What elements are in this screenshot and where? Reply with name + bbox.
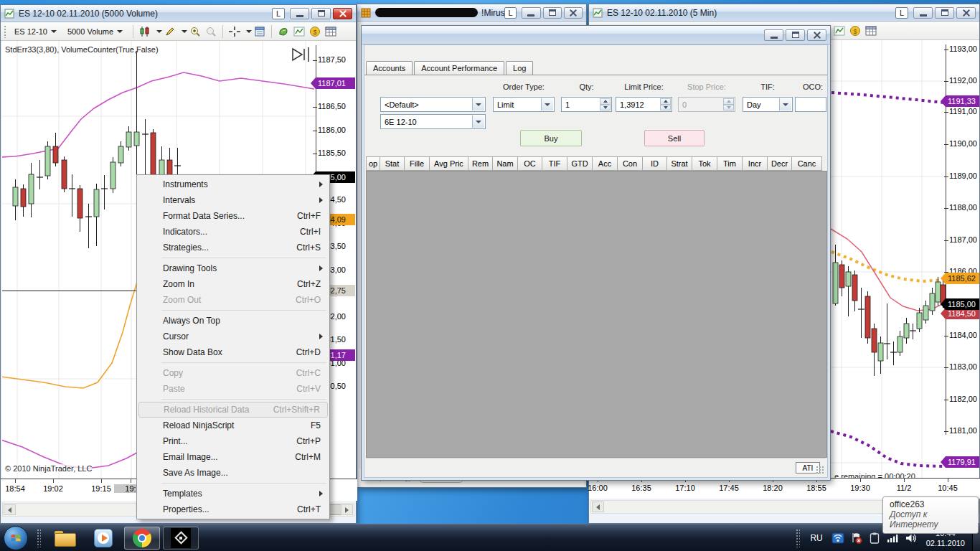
crosshair-icon[interactable] — [227, 24, 242, 39]
resize-grip[interactable] — [816, 466, 824, 474]
toolbar-grip[interactable] — [4, 25, 7, 38]
grid-column-rem[interactable]: Rem — [468, 156, 493, 171]
menu-item-reload-ninjascript[interactable]: Reload NinjaScriptF5 — [138, 418, 328, 433]
qty-down-button[interactable] — [600, 105, 611, 111]
chevron-down-icon[interactable] — [472, 116, 484, 128]
menu-item-zoom-in[interactable]: Zoom InCtrl+Z — [138, 276, 328, 292]
tab-log[interactable]: Log — [506, 61, 533, 75]
buy-button[interactable]: Buy — [520, 130, 582, 146]
coins-icon[interactable]: $ — [848, 24, 862, 38]
right-chart-titlebar[interactable]: ES 12-10 02.11.2010 (5 Min) L — [589, 4, 979, 22]
menu-item-copy[interactable]: CopyCtrl+C — [138, 365, 328, 381]
grid-column-oc[interactable]: OC — [518, 156, 542, 171]
taskbar-grip[interactable] — [37, 529, 41, 547]
left-maximize-button[interactable] — [311, 8, 331, 19]
grid-column-decr[interactable]: Decr — [768, 156, 792, 171]
grid-column-acc[interactable]: Acc — [593, 156, 618, 171]
menu-item-cursor[interactable]: Cursor — [138, 329, 328, 344]
dialog-minimize-button[interactable] — [764, 29, 783, 41]
zoom-in-icon[interactable] — [188, 24, 202, 39]
grid-column-id[interactable]: ID — [643, 156, 667, 171]
chevron-down-icon[interactable] — [472, 98, 484, 110]
qty-up-button[interactable] — [600, 98, 611, 105]
menu-item-properties[interactable]: Properties...Ctrl+T — [138, 501, 328, 517]
grid-column-con[interactable]: Con — [618, 156, 643, 171]
clipboard-icon[interactable] — [869, 532, 880, 545]
grid-column-nam[interactable]: Nam — [493, 156, 518, 171]
left-close-button[interactable] — [333, 8, 352, 19]
left-minimize-button[interactable] — [290, 8, 309, 19]
grid-column-strat[interactable]: Strat — [667, 156, 692, 171]
chart-icon[interactable] — [292, 24, 306, 39]
grid-column-fille[interactable]: Fille — [405, 156, 430, 171]
chart-style-icon[interactable] — [138, 24, 152, 39]
menu-item-always-on-top[interactable]: Always On Top — [138, 313, 328, 329]
grid-column-tok[interactable]: Tok — [692, 156, 717, 171]
zoom-out-icon[interactable] — [204, 24, 218, 39]
start-button[interactable] — [4, 526, 28, 550]
grid-column-op[interactable]: op — [366, 156, 380, 171]
menu-item-instruments[interactable]: Instruments — [138, 176, 328, 192]
limit-price-stepper[interactable]: 1,3912 — [616, 97, 672, 112]
left-chart-titlebar[interactable]: ES 12-10 02.11.2010 (5000 Volume) L — [1, 5, 356, 22]
tab-accounts[interactable]: Accounts — [366, 61, 413, 75]
right-minimize-button[interactable] — [913, 7, 933, 19]
mirus-maximize-button[interactable] — [543, 7, 562, 19]
menu-item-save-as-image[interactable]: Save As Image... — [138, 465, 328, 481]
grid-column-stat[interactable]: Stat — [380, 156, 405, 171]
taskbar-explorer-button[interactable] — [47, 527, 83, 550]
tray-grip[interactable] — [796, 529, 800, 547]
limit-up-button[interactable] — [660, 98, 671, 105]
mirus-close-button[interactable] — [564, 7, 583, 19]
market-analyzer-icon[interactable] — [276, 24, 291, 39]
data-box-icon[interactable] — [253, 24, 267, 39]
chevron-down-icon[interactable] — [182, 30, 187, 33]
order-type-selector[interactable]: Limit — [493, 97, 555, 112]
menu-item-intervals[interactable]: Intervals — [138, 192, 328, 208]
instrument-selector[interactable]: ES 12-10 — [10, 25, 61, 38]
grid-icon[interactable] — [864, 24, 878, 38]
interval-selector[interactable]: 5000 Volume — [63, 25, 127, 38]
right-close-button[interactable] — [956, 7, 976, 19]
tif-selector[interactable]: Day — [743, 97, 793, 112]
taskbar-ninjatrader-button[interactable] — [163, 527, 199, 550]
action-center-icon[interactable] — [850, 532, 863, 545]
chevron-down-icon[interactable] — [156, 30, 162, 33]
sell-button[interactable]: Sell — [644, 130, 705, 146]
scroll-left-arrow[interactable] — [4, 504, 16, 515]
menu-item-format-data-series[interactable]: Format Data Series...Ctrl+F — [138, 208, 328, 224]
dialog-maximize-button[interactable] — [786, 29, 805, 41]
menu-item-templates[interactable]: Templates — [138, 486, 328, 501]
chevron-down-icon[interactable] — [246, 30, 252, 33]
grid-column-canc[interactable]: Canc — [792, 156, 822, 171]
menu-item-print[interactable]: Print...Ctrl+P — [138, 433, 328, 449]
qty-stepper[interactable]: 1 — [561, 97, 612, 112]
chart-icon[interactable] — [832, 24, 847, 38]
menu-item-email-image[interactable]: Email Image...Ctrl+M — [138, 449, 328, 465]
right-maximize-button[interactable] — [935, 7, 954, 19]
menu-item-show-data-box[interactable]: Show Data BoxCtrl+D — [138, 344, 328, 360]
grid-column-gtd[interactable]: GTD — [567, 156, 593, 171]
grid-column-avg-pric[interactable]: Avg Pric — [430, 156, 468, 171]
menu-item-indicators[interactable]: Indicators...Ctrl+I — [138, 224, 328, 240]
network-icon[interactable] — [831, 532, 844, 545]
grid-column-tim[interactable]: Tim — [717, 156, 743, 171]
dialog-titlebar[interactable] — [362, 26, 830, 44]
dialog-instrument-selector[interactable]: 6E 12-10 — [380, 114, 486, 129]
scroll-left-arrow[interactable] — [592, 501, 604, 512]
language-indicator[interactable]: RU — [810, 533, 822, 543]
chevron-down-icon[interactable] — [779, 98, 791, 110]
taskbar-chrome-button[interactable] — [124, 527, 160, 550]
taskbar-media-player-button[interactable] — [85, 527, 121, 550]
limit-down-button[interactable] — [660, 105, 671, 111]
pencil-icon[interactable] — [163, 24, 177, 39]
menu-item-paste[interactable]: PasteCtrl+V — [138, 381, 328, 397]
chevron-down-icon[interactable] — [541, 98, 553, 110]
grid-column-tif[interactable]: TIF — [542, 156, 567, 171]
menu-item-strategies[interactable]: Strategies...Ctrl+S — [138, 240, 328, 255]
scroll-right-arrow[interactable] — [341, 504, 353, 515]
mirus-minimize-button[interactable] — [522, 7, 540, 19]
menu-item-reload-historical-data[interactable]: Reload Historical DataCtrl+Shift+R — [138, 402, 328, 418]
menu-item-zoom-out[interactable]: Zoom OutCtrl+O — [138, 292, 328, 308]
grid-column-incr[interactable]: Incr — [743, 156, 768, 171]
